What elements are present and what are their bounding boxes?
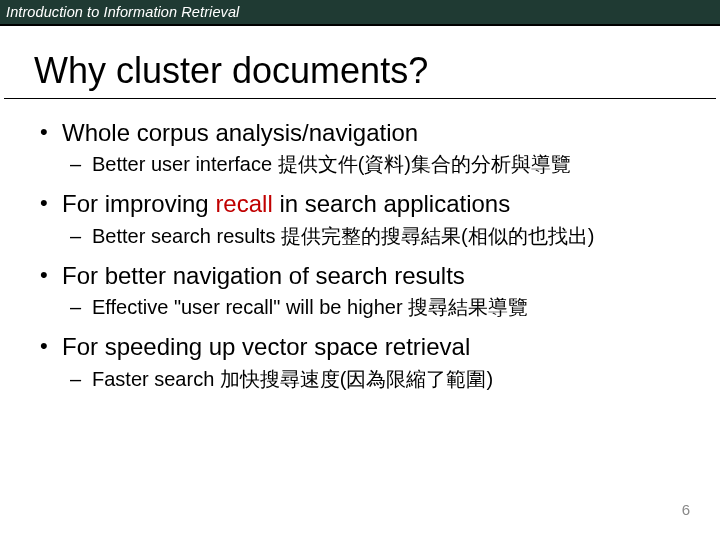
page-number: 6 [682, 501, 690, 518]
sub-bullet-item: Better search results 提供完整的搜尋結果(相似的也找出) [40, 223, 702, 250]
bullet-item: For better navigation of search results [40, 260, 702, 292]
bullet-item: Whole corpus analysis/navigation [40, 117, 702, 149]
slide-title: Why cluster documents? [4, 26, 716, 99]
course-banner: Introduction to Information Retrieval [0, 0, 720, 26]
sub-bullet-item: Faster search 加快搜尋速度(因為限縮了範圍) [40, 366, 702, 393]
bullet-item: For speeding up vector space retrieval [40, 331, 702, 363]
sub-bullet-item: Effective "user recall" will be higher 搜… [40, 294, 702, 321]
slide-body: Whole corpus analysis/navigation Better … [0, 99, 720, 393]
accent-word: recall [215, 190, 272, 217]
course-title: Introduction to Information Retrieval [6, 4, 239, 20]
sub-bullet-item: Better user interface 提供文件(資料)集合的分析與導覽 [40, 151, 702, 178]
bullet-item: For improving recall in search applicati… [40, 188, 702, 220]
